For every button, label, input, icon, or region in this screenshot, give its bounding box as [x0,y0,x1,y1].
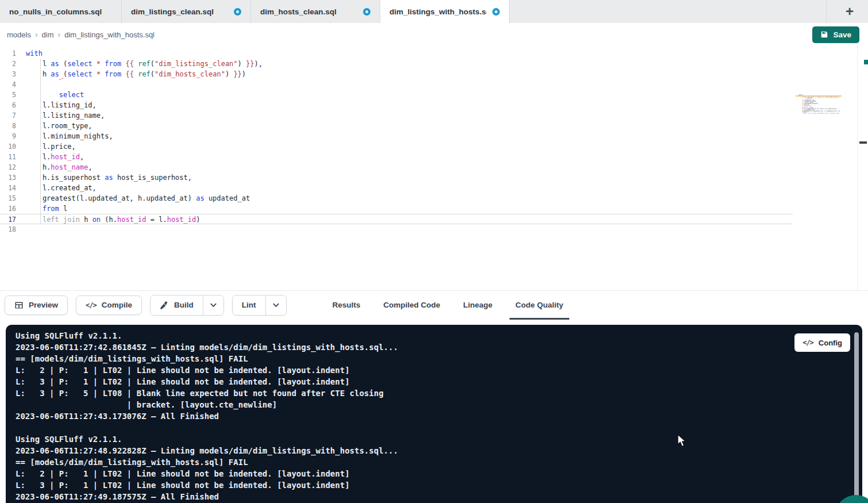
breadcrumb-item[interactable]: dim_listings_with_hosts.sql [64,30,155,39]
terminal-line: L: 2 | P: 1 | LT02 | Line should not be … [16,468,862,479]
line-number: 13 [0,172,26,183]
tab-compiled-code[interactable]: Compiled Code [372,291,452,320]
terminal-line: Using SQLFluff v2.1.1. [16,330,862,341]
code-line[interactable]: 14 l.created_at, [0,183,868,193]
tab-lineage[interactable]: Lineage [452,291,504,320]
breadcrumb-item[interactable]: dim [42,30,54,39]
line-number: 6 [0,100,26,110]
line-number: 12 [0,162,26,172]
breadcrumb: models›dim›dim_listings_with_hosts.sql [7,30,155,39]
code-area: 1with2 l as (select * from {{ ref("dim_l… [0,48,868,235]
terminal-scrollbar[interactable] [854,332,859,500]
code-line[interactable]: 4 [0,79,868,90]
build-dropdown-button[interactable] [203,295,223,315]
lint-button-label: Lint [242,301,256,309]
code-text: h as (select * from {{ ref("dim_hosts_cl… [26,69,246,79]
code-line[interactable]: 8 l.room_type, [0,121,868,131]
hammer-icon [160,301,169,310]
code-text: l.listing_name, [26,110,105,121]
editor-tab[interactable]: dim_hosts_clean.sql [251,0,380,23]
result-tabs: ResultsCompiled CodeLineageCode Quality [321,291,575,320]
terminal-line [16,422,862,433]
config-button[interactable]: </> Config [794,333,850,352]
terminal-line: L: 3 | P: 1 | LT02 | Line should not be … [16,479,862,491]
editor-tab[interactable]: dim_listings_with_hosts.sql [380,0,510,23]
tab-results[interactable]: Results [321,291,372,320]
terminal-line: == [models/dim/dim_listings_with_hosts.s… [16,456,862,468]
scrollbar-annotation-teal [864,60,868,64]
code-slash-icon: </> [803,339,813,347]
code-text: l.room_type, [26,121,92,131]
line-number: 11 [0,152,26,162]
tab-bar-spacer: + [510,0,868,23]
code-line[interactable]: 1with [0,48,868,59]
code-text: l.price, [26,141,76,152]
code-line[interactable]: 7 l.listing_name, [0,110,868,121]
line-number: 8 [0,121,26,131]
config-button-label: Config [819,339,842,347]
plus-icon: + [846,3,854,20]
code-text: l.minimum_nights, [26,131,113,141]
code-text: from l [26,203,67,214]
code-line[interactable]: 6 l.listing_id, [0,100,868,110]
terminal-line: L: 3 | P: 1 | LT02 | Line should not be … [16,376,862,387]
code-text: left join h on (h.host_id = l.host_id) [26,214,200,224]
chevron-right-icon: › [58,30,61,39]
tab-label: dim_hosts_clean.sql [260,7,337,16]
line-number: 14 [0,183,26,193]
terminal-line: L: 3 | P: 5 | LT08 | Blank line expected… [16,387,862,399]
code-line[interactable]: 11 l.host_id, [0,152,868,162]
editor-tab[interactable]: no_nulls_in_columns.sql [0,0,122,23]
scrollbar-cursor-marker [859,141,867,144]
code-line[interactable]: 18 [0,224,868,235]
code-line[interactable]: 3 h as (select * from {{ ref("dim_hosts_… [0,69,868,79]
lint-dropdown-button[interactable] [265,295,286,315]
terminal-panel[interactable]: Using SQLFluff v2.1.1.2023-06-06T11:27:4… [6,325,862,503]
save-button-label: Save [833,30,851,39]
line-number: 16 [0,203,26,214]
build-split-button: Build [150,295,224,316]
compile-button[interactable]: </> Compile [76,295,142,315]
line-number: 17 [0,214,26,224]
tab-code-quality[interactable]: Code Quality [504,291,574,320]
unsaved-dot-icon [234,8,241,16]
code-line[interactable]: 5 select [0,90,868,100]
code-line[interactable]: 13 h.is_superhost as host_is_superhost, [0,172,868,183]
preview-button[interactable]: Preview [5,295,68,315]
code-line[interactable]: 16 from l [0,203,868,214]
editor-scrollbar-track[interactable] [857,46,858,290]
code-line[interactable]: 2 l as (select * from {{ ref("dim_listin… [0,59,868,69]
code-line[interactable]: 9 l.minimum_nights, [0,131,868,141]
code-text: select [26,90,84,100]
lint-button[interactable]: Lint [233,295,265,315]
code-text: h.is_superhost as host_is_superhost, [26,172,192,183]
save-button[interactable]: Save [812,26,859,43]
code-line[interactable]: 17 left join h on (h.host_id = l.host_id… [0,214,793,224]
terminal-line: | bracket. [layout.cte_newline] [16,399,862,410]
build-button[interactable]: Build [151,295,203,315]
line-number: 18 [0,224,26,235]
code-editor[interactable]: 1with2 l as (select * from {{ ref("dim_l… [0,46,868,290]
code-line[interactable]: 12 h.host_name, [0,162,868,172]
top-bar: models›dim›dim_listings_with_hosts.sql S… [0,23,868,46]
floppy-disk-icon [820,30,828,39]
terminal-output: Using SQLFluff v2.1.1.2023-06-06T11:27:4… [6,325,862,502]
code-line[interactable]: 10 l.price, [0,141,868,152]
unsaved-dot-icon [492,8,500,16]
table-grid-icon [14,301,24,310]
chevron-right-icon: › [35,30,38,39]
tab-bar-divider [826,0,827,23]
code-text: l.created_at, [26,183,97,193]
terminal-line: 2023-06-06T11:27:42.861845Z — Linting mo… [16,341,862,353]
tab-label: dim_listings_clean.sql [131,7,214,16]
editor-tab[interactable]: dim_listings_clean.sql [122,0,251,23]
code-line[interactable]: 15 greatest(l.updated_at, h.updated_at) … [0,193,868,203]
tab-label: no_nulls_in_columns.sql [9,7,102,16]
editor-minimap[interactable]: with l as (select * from {{ ref("dim_lis… [798,94,840,121]
code-text: greatest(l.updated_at, h.updated_at) as … [26,193,250,203]
terminal-line: 2023-06-06T11:27:48.922828Z — Linting mo… [16,445,862,456]
new-tab-button[interactable]: + [842,3,858,20]
code-text: with [26,48,43,59]
line-number: 5 [0,90,26,100]
breadcrumb-item[interactable]: models [7,30,31,39]
